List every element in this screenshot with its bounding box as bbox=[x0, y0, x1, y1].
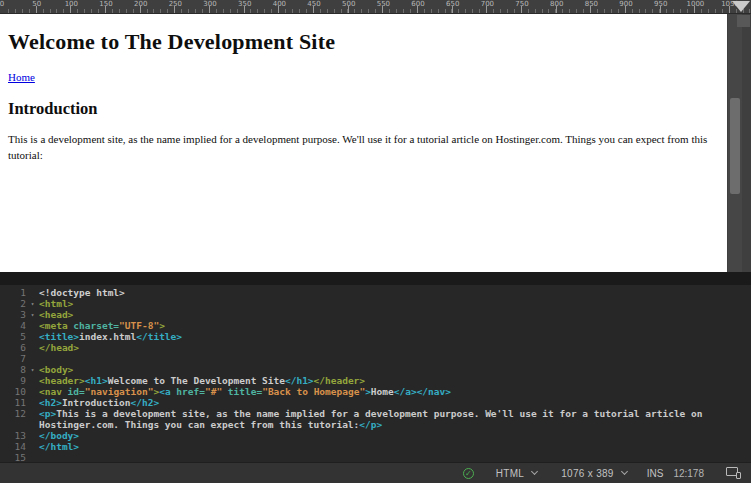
line-number: 10 bbox=[0, 386, 26, 397]
cursor-position-indicator: 12:178 bbox=[673, 468, 704, 479]
code-fold-spacer bbox=[26, 441, 39, 452]
ruler-label: 800 bbox=[550, 0, 563, 8]
window-size-dropdown[interactable]: 1076 x 389 bbox=[561, 468, 627, 479]
vertical-scrollbar-thumb[interactable] bbox=[730, 98, 740, 194]
design-scroll-area bbox=[727, 14, 751, 272]
ruler-label: 0 bbox=[0, 0, 4, 8]
code-row[interactable]: 8▾<body> bbox=[0, 364, 751, 375]
preview-heading1[interactable]: Welcome to The Development Site bbox=[8, 29, 719, 55]
code-row[interactable]: 10<nav id="navigation"><a href="#" title… bbox=[0, 386, 751, 397]
code-line-text: <title>index.html</title> bbox=[39, 331, 182, 342]
code-row[interactable]: Hostinger.com. Things you can expect fro… bbox=[0, 419, 751, 430]
code-line-text: <body> bbox=[39, 364, 73, 375]
line-number: 11 bbox=[0, 397, 26, 408]
ruler-label: 50 bbox=[32, 0, 41, 8]
code-row[interactable]: 7 bbox=[0, 353, 751, 364]
doc-type-label: HTML bbox=[496, 468, 524, 479]
code-row[interactable]: 14</html> bbox=[0, 441, 751, 452]
code-line-text: Hostinger.com. Things you can expect fro… bbox=[39, 419, 382, 430]
doc-type-dropdown[interactable]: HTML bbox=[496, 468, 537, 479]
code-line-text: <h2>Introduction</h2> bbox=[39, 397, 159, 408]
design-view[interactable]: Welcome to The Development Site Home Int… bbox=[0, 14, 727, 272]
code-fold-arrow-icon[interactable]: ▾ bbox=[26, 364, 39, 375]
code-row[interactable]: 12<p>This is a development site, as the … bbox=[0, 408, 751, 419]
insert-mode-indicator[interactable]: INS bbox=[647, 468, 664, 479]
preview-paragraph[interactable]: This is a development site, as the name … bbox=[8, 131, 719, 163]
code-line-text: <nav id="navigation"><a href="#" title="… bbox=[39, 386, 451, 397]
ruler-label: 550 bbox=[377, 0, 390, 8]
device-preview-icon[interactable] bbox=[726, 467, 741, 479]
code-fold-spacer bbox=[26, 353, 39, 364]
line-number: 9 bbox=[0, 375, 26, 386]
code-fold-spacer bbox=[26, 375, 39, 386]
code-editor[interactable]: 1<!doctype html>2▾<html>3▾<head>4<meta c… bbox=[0, 285, 751, 462]
code-fold-spacer bbox=[26, 397, 39, 408]
line-number: 4 bbox=[0, 320, 26, 331]
vertical-scrollbar-track[interactable] bbox=[728, 14, 742, 272]
code-fold-spacer bbox=[26, 287, 39, 298]
line-number: 1 bbox=[0, 287, 26, 298]
status-bar: ✓ HTML 1076 x 389 INS 12:178 bbox=[0, 462, 751, 483]
code-line-text: <head> bbox=[39, 309, 73, 320]
line-number: 6 bbox=[0, 342, 26, 353]
code-fold-spacer bbox=[26, 342, 39, 353]
code-row[interactable]: 6</head> bbox=[0, 342, 751, 353]
preview-heading2[interactable]: Introduction bbox=[8, 99, 719, 119]
preview-home-link[interactable]: Home bbox=[8, 71, 35, 83]
code-fold-spacer bbox=[26, 419, 39, 430]
code-line-text: </html> bbox=[39, 441, 79, 452]
ruler-position-marker-icon bbox=[732, 1, 750, 12]
code-row[interactable]: 13</body> bbox=[0, 430, 751, 441]
code-fold-arrow-icon[interactable]: ▾ bbox=[26, 309, 39, 320]
lint-ok-icon[interactable]: ✓ bbox=[463, 468, 474, 479]
ruler-label: 500 bbox=[342, 0, 355, 8]
line-number bbox=[0, 419, 26, 430]
ruler-label: 900 bbox=[619, 0, 632, 8]
ruler-label: 1000 bbox=[686, 0, 704, 8]
code-fold-spacer bbox=[26, 430, 39, 441]
split-view-divider[interactable] bbox=[0, 272, 751, 285]
code-line-text: <html> bbox=[39, 298, 73, 309]
code-row[interactable]: 5<title>index.html</title> bbox=[0, 331, 751, 342]
ruler-label: 950 bbox=[654, 0, 667, 8]
ruler-label: 200 bbox=[134, 0, 147, 8]
chevron-down-icon bbox=[621, 468, 628, 475]
code-fold-spacer bbox=[26, 331, 39, 342]
line-number: 13 bbox=[0, 430, 26, 441]
preview-nav: Home bbox=[8, 67, 719, 85]
ruler-label: 400 bbox=[273, 0, 286, 8]
code-line-text: </head> bbox=[39, 342, 79, 353]
code-line-text: <p>This is a development site, as the na… bbox=[39, 408, 702, 419]
code-row[interactable]: 11<h2>Introduction</h2> bbox=[0, 397, 751, 408]
dreamweaver-window: 0501001502002503003504004505005506006507… bbox=[0, 0, 751, 483]
ruler-label: 100 bbox=[65, 0, 78, 8]
code-line-text: </body> bbox=[39, 430, 79, 441]
ruler-label: 250 bbox=[169, 0, 182, 8]
line-number: 2 bbox=[0, 298, 26, 309]
code-fold-spacer bbox=[26, 320, 39, 331]
chevron-down-icon bbox=[531, 468, 538, 475]
code-row[interactable]: 1<!doctype html> bbox=[0, 287, 751, 298]
ruler-label: 150 bbox=[99, 0, 112, 8]
code-row[interactable]: 2▾<html> bbox=[0, 298, 751, 309]
code-line-text: <meta charset="UTF-8"> bbox=[39, 320, 165, 331]
line-number: 14 bbox=[0, 441, 26, 452]
ruler-label: 600 bbox=[411, 0, 424, 8]
line-number: 7 bbox=[0, 353, 26, 364]
code-line-text: <header><h1>Welcome to The Development S… bbox=[39, 375, 365, 386]
code-fold-spacer bbox=[26, 408, 39, 419]
ruler-label: 650 bbox=[446, 0, 459, 8]
line-number: 5 bbox=[0, 331, 26, 342]
code-row[interactable]: 9<header><h1>Welcome to The Development … bbox=[0, 375, 751, 386]
code-row[interactable]: 4<meta charset="UTF-8"> bbox=[0, 320, 751, 331]
line-number: 3 bbox=[0, 309, 26, 320]
code-fold-arrow-icon[interactable]: ▾ bbox=[26, 298, 39, 309]
code-lines: 1<!doctype html>2▾<html>3▾<head>4<meta c… bbox=[0, 287, 751, 463]
code-row[interactable]: 3▾<head> bbox=[0, 309, 751, 320]
horizontal-ruler: 0501001502002503003504004505005506006507… bbox=[0, 0, 751, 14]
ruler-label: 850 bbox=[585, 0, 598, 8]
scrollbar-corner-box bbox=[737, 15, 750, 27]
ruler-label: 700 bbox=[481, 0, 494, 8]
phone-icon bbox=[736, 472, 741, 479]
window-size-label: 1076 x 389 bbox=[561, 468, 614, 479]
